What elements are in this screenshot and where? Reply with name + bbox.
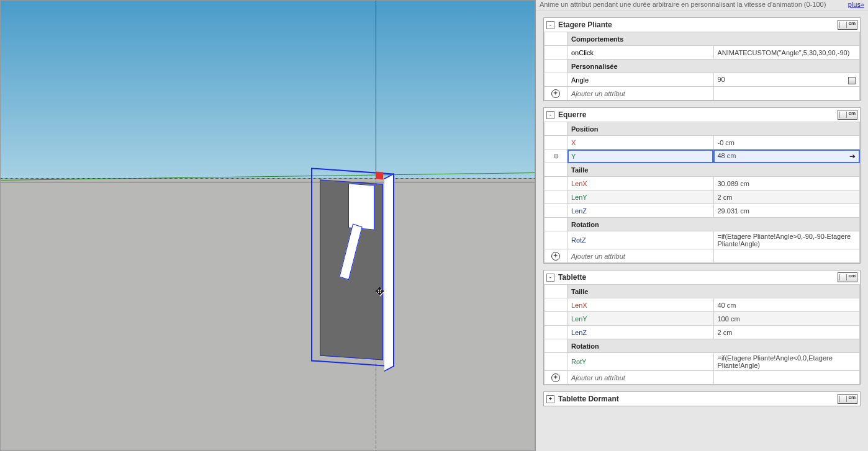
collapse-toggle-icon[interactable]: -	[546, 111, 554, 119]
component-block: +Tablette Dormantcm	[543, 391, 861, 406]
block-header[interactable]: -Tablettecm	[544, 270, 860, 284]
section-heading: Position	[567, 122, 860, 136]
row-icon	[545, 46, 567, 60]
attributes-panel[interactable]: Anime un attribut pendant une durée arbi…	[535, 0, 868, 451]
attribute-row[interactable]: ⊖Y48 cm➔	[545, 150, 860, 163]
add-attribute-value[interactable]	[713, 371, 860, 385]
attribute-row[interactable]: Angle90	[545, 73, 860, 87]
section-heading-row: Rotation	[545, 339, 860, 353]
attribute-row[interactable]: X-0 cm	[545, 136, 860, 150]
info-text: Anime un attribut pendant une durée arbi…	[540, 1, 826, 8]
add-attribute-value[interactable]	[713, 87, 860, 100]
horizon	[1, 178, 535, 179]
row-icon	[545, 190, 567, 204]
attribute-row[interactable]: LenY2 cm	[545, 190, 860, 204]
attribute-label: RotY	[567, 353, 714, 371]
section-heading: Taille	[567, 163, 860, 177]
attribute-value[interactable]: 100 cm	[713, 312, 860, 326]
ruler-icon[interactable]: cm	[838, 394, 857, 404]
add-attribute-label: Ajouter un attribut	[567, 249, 714, 263]
ruler-icon[interactable]: cm	[838, 272, 857, 282]
row-icon	[545, 312, 567, 326]
add-attribute-label: Ajouter un attribut	[567, 87, 714, 100]
attribute-value[interactable]: 29.031 cm	[713, 204, 860, 218]
attribute-row[interactable]: LenZ29.031 cm	[545, 204, 860, 218]
attribute-value[interactable]: =if(Etagere Pliante!Angle<0,0,Etagere Pl…	[713, 353, 860, 371]
block-title: Etagere Pliante	[558, 20, 612, 29]
collapse-toggle-icon[interactable]: -	[546, 274, 554, 282]
section-heading: Comportements	[567, 32, 860, 46]
axis-z-up	[376, 1, 376, 178]
attribute-value[interactable]: =if(Etagere Pliante!Angle>0,-90,-90-Etag…	[713, 231, 860, 249]
section-heading-row: Taille	[545, 285, 860, 298]
add-attribute-row[interactable]: ✦Ajouter un attribut	[545, 371, 860, 385]
ruler-icon[interactable]: cm	[838, 20, 857, 30]
attribute-value[interactable]: -0 cm	[713, 136, 860, 150]
add-attribute-label: Ajouter un attribut	[567, 371, 714, 385]
attribute-label: onClick	[567, 46, 714, 60]
info-link[interactable]: plus»	[848, 1, 864, 8]
arrow-right-icon[interactable]: ➔	[849, 152, 856, 161]
row-icon	[545, 231, 567, 249]
attribute-row[interactable]: RotZ=if(Etagere Pliante!Angle>0,-90,-90-…	[545, 231, 860, 249]
section-heading-row: Comportements	[545, 32, 860, 46]
component-block: -Etagere PliantecmComportementsonClickAN…	[543, 17, 861, 101]
attribute-row[interactable]: LenX40 cm	[545, 298, 860, 312]
ground	[1, 178, 535, 450]
attribute-value[interactable]: 40 cm	[713, 298, 860, 312]
add-attribute-row[interactable]: ✦Ajouter un attribut	[545, 87, 860, 100]
add-attribute-row[interactable]: ✦Ajouter un attribut	[545, 249, 860, 263]
collapse-toggle-icon[interactable]: +	[546, 395, 554, 403]
attribute-label: LenY	[567, 190, 714, 204]
block-header[interactable]: -Etagere Pliantecm	[544, 18, 860, 32]
attribute-label: Angle	[567, 73, 714, 87]
attribute-row[interactable]: LenX30.089 cm	[545, 177, 860, 190]
attribute-label: LenZ	[567, 204, 714, 218]
component-block: -EquerrecmPositionX-0 cm⊖Y48 cm➔TailleLe…	[543, 107, 861, 264]
row-icon	[545, 73, 567, 87]
add-icon: ✦	[551, 89, 560, 98]
block-title: Tablette	[558, 273, 586, 282]
section-heading: Personnalisée	[567, 60, 860, 73]
add-attribute-value[interactable]	[713, 249, 860, 263]
attribute-value[interactable]: 2 cm	[713, 326, 860, 339]
attribute-label: Y	[567, 150, 714, 163]
row-icon	[545, 298, 567, 312]
attribute-value[interactable]: 90	[713, 73, 860, 87]
attribute-row[interactable]: RotY=if(Etagere Pliante!Angle<0,0,Etager…	[545, 353, 860, 371]
row-icon	[545, 136, 567, 150]
block-title: Tablette Dormant	[558, 395, 619, 403]
attribute-label: LenX	[567, 177, 714, 190]
section-heading: Rotation	[567, 339, 860, 353]
attribute-row[interactable]: LenZ2 cm	[545, 326, 860, 339]
attribute-label: LenY	[567, 312, 714, 326]
info-bar: Anime un attribut pendant une durée arbi…	[536, 0, 868, 11]
add-icon: ✦	[551, 252, 560, 261]
component-block: -TablettecmTailleLenX40 cmLenY100 cmLenZ…	[543, 270, 861, 385]
ruler-icon[interactable]: cm	[838, 110, 857, 120]
attribute-value[interactable]: 30.089 cm	[713, 177, 860, 190]
section-heading-row: Rotation	[545, 218, 860, 231]
attribute-row[interactable]: LenY100 cm	[545, 312, 860, 326]
attribute-label: LenX	[567, 298, 714, 312]
section-heading-row: Personnalisée	[545, 60, 860, 73]
viewport-3d[interactable]: ✥	[0, 0, 535, 451]
block-title: Equerre	[558, 110, 586, 119]
attribute-row[interactable]: onClickANIMATECUSTOM("Angle",5,30,30,90,…	[545, 46, 860, 60]
attribute-label: LenZ	[567, 326, 714, 339]
attribute-value[interactable]: 48 cm➔	[713, 150, 860, 163]
row-icon: ⊖	[545, 150, 567, 163]
axis-x	[1, 182, 535, 182]
section-heading: Rotation	[567, 218, 860, 231]
edit-icon[interactable]	[848, 77, 856, 84]
row-icon	[545, 353, 567, 371]
row-icon	[545, 326, 567, 339]
section-heading-row: Taille	[545, 163, 860, 177]
row-icon	[545, 204, 567, 218]
attribute-value[interactable]: 2 cm	[713, 190, 860, 204]
attribute-value[interactable]: ANIMATECUSTOM("Angle",5,30,30,90,-90)	[713, 46, 860, 60]
collapse-toggle-icon[interactable]: -	[546, 21, 554, 29]
block-header[interactable]: -Equerrecm	[544, 108, 860, 122]
block-header[interactable]: +Tablette Dormantcm	[544, 392, 860, 406]
attribute-label: RotZ	[567, 231, 714, 249]
